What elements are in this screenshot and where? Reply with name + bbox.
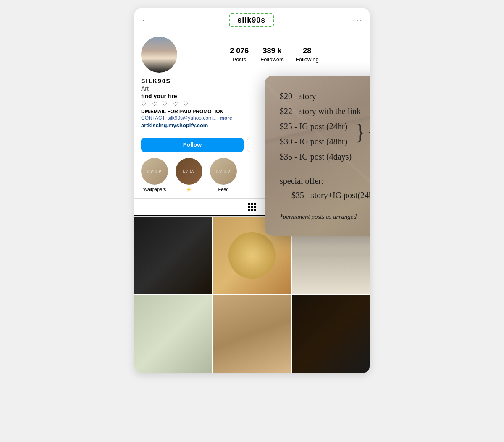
special-offer-label: special offer: [280, 174, 370, 188]
pricing-line-4: $30 - IG post (48hr) [280, 134, 352, 149]
contact-text: CONTACT: silk90s@yahoo.com... [141, 115, 217, 121]
highlight-lightning[interactable]: LV LV ⚡ [176, 158, 202, 192]
permanent-note: *permanent posts as arranged [280, 212, 370, 222]
brace-addon: +$2 link in bio [369, 127, 370, 139]
posts-label: Posts [232, 56, 246, 63]
username-label: silk90s [237, 16, 265, 24]
pricing-line-5: $35 - IG post (4days) [280, 149, 352, 164]
highlight-feed[interactable]: LV LV Feed [210, 158, 237, 192]
highlight-circle-feed: LV LV [210, 158, 237, 185]
phone-frame: ← silk90s ··· 2 076 Posts 389 k Follower… [134, 8, 370, 373]
avatar [141, 37, 177, 73]
highlight-label-wallpapers: Wallpapers [143, 187, 166, 192]
contact-more[interactable]: more [220, 115, 232, 121]
follow-button[interactable]: Follow [141, 138, 244, 152]
pricing-overlay: $20 - story $22 - story with the link $2… [265, 76, 370, 236]
followers-label: Followers [260, 56, 284, 63]
back-button[interactable]: ← [141, 15, 150, 26]
profile-top: 2 076 Posts 389 k Followers 28 Following [141, 37, 363, 73]
pricing-line-2: $22 - story with the link [280, 104, 370, 118]
special-offer-detail: $35 - story+IG post(24hr) [291, 188, 370, 202]
pricing-text: $20 - story $22 - story with the link $2… [280, 89, 370, 222]
highlight-circle-lightning: LV LV [176, 158, 202, 185]
profile-section: 2 076 Posts 389 k Followers 28 Following [134, 32, 370, 73]
photo-cell-6[interactable] [292, 295, 370, 373]
photo-cell-5[interactable] [213, 295, 291, 373]
highlight-label-feed: Feed [218, 187, 228, 192]
brace-icon: } [355, 120, 365, 144]
photo-grid [134, 217, 370, 373]
username-box: silk90s [229, 13, 274, 27]
more-button[interactable]: ··· [353, 15, 363, 26]
following-label: Following [296, 56, 319, 63]
highlight-label-lightning: ⚡ [186, 187, 192, 192]
pricing-line-3: $25 - IG post (24hr) [280, 119, 352, 133]
stats-row: 2 076 Posts 389 k Followers 28 Following [186, 47, 363, 63]
photo-cell-1[interactable] [134, 217, 212, 294]
grid-icon [248, 203, 256, 211]
stat-followers: 389 k Followers [260, 47, 284, 63]
followers-count: 389 k [260, 47, 284, 55]
photo-cell-4[interactable] [134, 295, 212, 373]
highlight-circle-wallpapers: LV LV [141, 158, 168, 185]
pricing-line-1: $20 - story [280, 89, 370, 103]
header: ← silk90s ··· [134, 8, 370, 32]
following-count: 28 [296, 47, 319, 55]
stat-following: 28 Following [296, 47, 319, 63]
highlight-wallpapers[interactable]: LV LV Wallpapers [141, 158, 168, 192]
stat-posts: 2 076 Posts [230, 47, 249, 63]
posts-count: 2 076 [230, 47, 249, 55]
